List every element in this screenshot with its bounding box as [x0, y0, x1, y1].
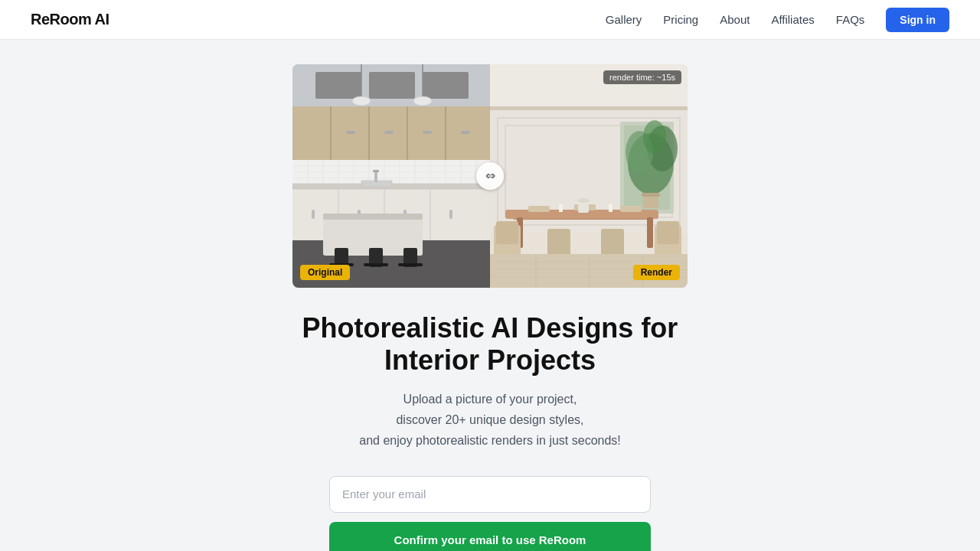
cta-form: Confirm your email to use ReRoom or Sign… — [329, 476, 651, 551]
nav-link-affiliates[interactable]: Affiliates — [771, 13, 814, 26]
svg-rect-47 — [398, 263, 423, 266]
svg-rect-74 — [496, 221, 518, 244]
hero-subtitle-line1: Upload a picture of your project, — [403, 393, 577, 406]
svg-rect-92 — [609, 204, 612, 212]
hero-subtitle: Upload a picture of your project, discov… — [359, 389, 621, 452]
comparison-right-panel: Render — [490, 64, 688, 288]
comparison-left-panel: Original — [292, 64, 490, 288]
email-input[interactable] — [329, 476, 651, 513]
confirm-email-button[interactable]: Confirm your email to use ReRoom — [329, 522, 651, 551]
svg-rect-79 — [528, 206, 550, 212]
render-time-badge: render time: ~15s — [603, 70, 681, 84]
nav-link-about[interactable]: About — [720, 13, 750, 26]
svg-point-66 — [643, 120, 666, 154]
svg-rect-34 — [312, 210, 315, 219]
label-original: Original — [300, 265, 350, 280]
svg-rect-10 — [346, 131, 355, 134]
nav-link-faqs[interactable]: FAQs — [836, 13, 865, 26]
hero-subtitle-line2: discover 20+ unique design styles, — [396, 413, 583, 426]
svg-rect-12 — [423, 131, 432, 134]
svg-rect-76 — [657, 221, 679, 244]
svg-point-51 — [413, 96, 432, 106]
svg-rect-54 — [373, 170, 379, 172]
svg-rect-91 — [559, 204, 563, 212]
brand-logo: ReRoom AI — [31, 11, 109, 28]
nav-link-pricing[interactable]: Pricing — [663, 13, 698, 26]
hero-title: Photorealistic AI Designs for Interior P… — [260, 312, 720, 377]
svg-rect-11 — [384, 131, 394, 134]
hero-subtitle-line3: and enjoy photorealistic renders in just… — [359, 434, 621, 447]
nav-links: Gallery Pricing About Affiliates FAQs Si… — [606, 8, 949, 32]
divider-arrows-icon: ⇔ — [485, 170, 495, 182]
main-content: render time: ~15s — [0, 40, 980, 551]
svg-rect-3 — [369, 72, 415, 99]
label-render: Render — [633, 265, 680, 280]
svg-rect-13 — [461, 131, 470, 134]
svg-rect-45 — [364, 263, 388, 266]
svg-rect-41 — [323, 214, 423, 220]
svg-rect-4 — [423, 72, 469, 99]
navbar: ReRoom AI Gallery Pricing About Affiliat… — [0, 0, 980, 40]
svg-rect-81 — [620, 206, 642, 212]
comparison-divider-handle[interactable]: ⇔ — [476, 162, 504, 190]
svg-point-90 — [577, 198, 590, 203]
nav-signin-button[interactable]: Sign in — [886, 8, 949, 32]
svg-point-49 — [352, 96, 371, 106]
render-svg — [490, 64, 688, 288]
comparison-container: render time: ~15s — [292, 64, 688, 288]
svg-rect-37 — [449, 210, 452, 219]
svg-rect-72 — [647, 217, 653, 248]
svg-rect-68 — [642, 193, 660, 197]
nav-link-gallery[interactable]: Gallery — [606, 13, 642, 26]
sketch-svg — [292, 64, 490, 288]
svg-rect-2 — [315, 72, 361, 99]
